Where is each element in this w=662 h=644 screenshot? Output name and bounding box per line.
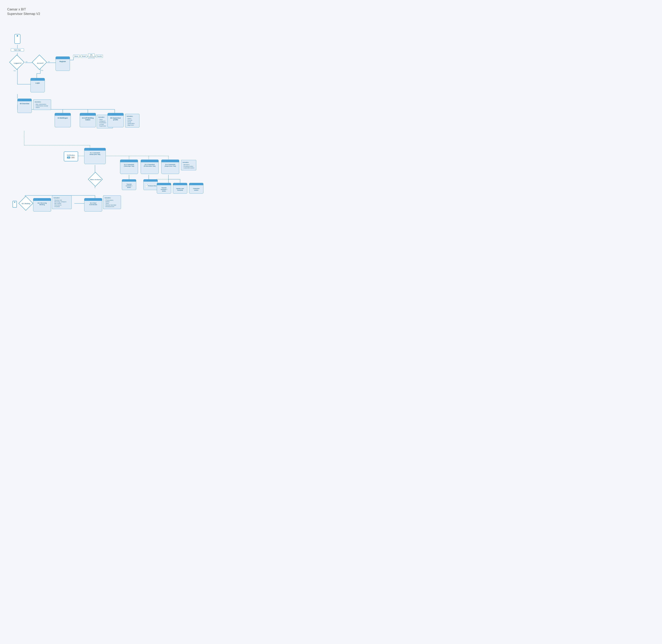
- overview-includes: Includes: Mijn calamiteiten Calamiteiten…: [33, 99, 51, 110]
- overview-card: 00 Overview: [17, 99, 32, 113]
- name-field: Name: [73, 55, 79, 58]
- supervisor-includes: Includes: Naam Functie Email Notificatie…: [125, 114, 139, 128]
- login-card: Login: [30, 78, 45, 92]
- calamiteit-sluiten-card: Calamiteit sluiten: [189, 183, 204, 193]
- protocollen-card: 01.3 Calamiteit (Protocollen Tab): [141, 160, 159, 174]
- bevestig-card: 02.2 Bevestig Melding: [33, 198, 51, 211]
- start-coord-card: 02.3 Start Coördinatie: [84, 198, 102, 211]
- toggle-off[interactable]: OFF: [71, 157, 75, 159]
- meldingen-card: 03 Meldingen: [55, 113, 71, 127]
- teamlid-1-card: Teamlid reminder / bellen: [122, 179, 136, 190]
- update-team-card: Update naar team(lid): [173, 183, 187, 193]
- yes-label-2: Yes: [14, 70, 16, 71]
- bevestig-includes: Includes: Review Info Bevestig / Afwijze…: [52, 196, 72, 209]
- toggle-on[interactable]: ON: [67, 157, 70, 159]
- protocol-doc-card: 📄 Protocol Doc: [143, 179, 158, 190]
- supervisor-card: 05 Supervisor profile: [108, 113, 124, 127]
- teamlid-2-card: Teamlid reminder / bellen: [157, 183, 171, 193]
- account-diamond: Account?: [34, 56, 47, 70]
- melding-diamond: 02.1 Melding: [20, 197, 32, 210]
- no-label-1: No: [26, 61, 27, 63]
- functie-field: Functie: [96, 55, 103, 58]
- yes-label-1: Yes: [41, 70, 43, 71]
- url-field: URL(Slack): [88, 53, 95, 59]
- notification-toggle[interactable]: Notification ON OFF: [64, 152, 78, 161]
- small-phone-icon: [13, 201, 17, 208]
- logged-in-diamond: Logged in?: [11, 56, 24, 70]
- start-coord-includes: Includes: Protocol(en) Rollen Team Revie…: [103, 196, 121, 209]
- email-field: Email: [81, 55, 87, 58]
- zelf-melding-card: 04 Zelf Melding maken: [80, 113, 96, 127]
- no-label-2: No: [48, 61, 50, 63]
- taken-verstuurd-diamond: Taken verstuurd: [89, 173, 102, 186]
- calamiteit-detail-card: 01.1 Calamiteit Detail (Info Tab): [84, 148, 106, 164]
- page-title: Caesar x BIT Supervisor Sitemap V2: [7, 7, 655, 16]
- takenlijst-card: 01.2 Calamiteit (Takenlijst Tab): [120, 160, 138, 174]
- open-app-label: Open App: [11, 48, 24, 51]
- supervisor-tab-includes: Includes: Members Pending invites Calami…: [181, 160, 196, 170]
- supervisor-tab-card: 01.4 Calamiteit (Supervisor Tab): [161, 160, 179, 174]
- phone-icon: [14, 34, 20, 44]
- notification-label: Notification: [67, 154, 75, 156]
- register-card: Register: [55, 56, 70, 71]
